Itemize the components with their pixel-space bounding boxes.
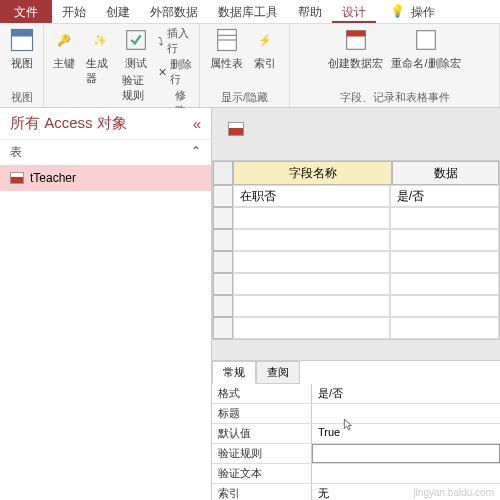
delete-row-button[interactable]: ✕ 删除行 bbox=[158, 57, 193, 87]
index-button[interactable]: ⚡ 索引 bbox=[251, 26, 279, 71]
index-icon: ⚡ bbox=[251, 26, 279, 54]
key-icon: 🔑 bbox=[50, 26, 78, 54]
prop-default-label: 默认值 bbox=[212, 424, 312, 443]
row-selector-header[interactable] bbox=[213, 161, 233, 185]
prop-validation-rule-value[interactable] bbox=[312, 444, 500, 463]
property-sheet-icon bbox=[213, 26, 241, 54]
nav-section-tables[interactable]: 表 bbox=[10, 144, 22, 161]
chevron-up-icon[interactable]: ⌃ bbox=[191, 144, 201, 161]
prop-caption-value[interactable] bbox=[312, 404, 500, 423]
primary-key-button[interactable]: 🔑 主键 bbox=[50, 26, 78, 71]
table-icon bbox=[10, 172, 24, 184]
svg-rect-7 bbox=[347, 31, 366, 37]
data-type-cell[interactable]: 是/否 bbox=[390, 185, 499, 207]
tab-tell-me[interactable]: 操作 bbox=[411, 0, 445, 23]
nav-title[interactable]: 所有 Access 对象 bbox=[10, 114, 127, 133]
tab-design[interactable]: 设计 bbox=[332, 0, 376, 23]
tab-help[interactable]: 帮助 bbox=[288, 0, 332, 23]
prop-validation-text-label: 验证文本 bbox=[212, 464, 312, 483]
group-showhide-label: 显示/隐藏 bbox=[221, 88, 268, 105]
table-tab-icon[interactable] bbox=[228, 122, 244, 136]
col-field-name[interactable]: 字段名称 bbox=[233, 161, 392, 185]
tab-home[interactable]: 开始 bbox=[52, 0, 96, 23]
group-view-label: 视图 bbox=[11, 88, 33, 105]
field-properties-pane: 常规 查阅 格式是/否 标题 默认值True 验证规则 验证文本 索引无 bbox=[212, 360, 500, 500]
builder-icon: ✨ bbox=[86, 26, 114, 54]
view-button[interactable]: 视图 bbox=[8, 26, 36, 71]
property-sheet-button[interactable]: 属性表 bbox=[210, 26, 243, 71]
test-icon bbox=[122, 26, 150, 54]
watermark: jingyan.baidu.com bbox=[413, 487, 494, 498]
prop-validation-text-value[interactable] bbox=[312, 464, 500, 483]
row-selector[interactable] bbox=[213, 185, 233, 207]
prop-format-value[interactable]: 是/否 bbox=[312, 384, 500, 403]
tab-file[interactable]: 文件 bbox=[0, 0, 52, 23]
svg-rect-8 bbox=[417, 31, 436, 50]
rename-icon bbox=[412, 26, 440, 54]
nav-collapse-icon[interactable]: « bbox=[193, 115, 201, 132]
builder-button[interactable]: ✨ 生成器 bbox=[86, 26, 114, 86]
tab-external[interactable]: 外部数据 bbox=[140, 0, 208, 23]
prop-tab-general[interactable]: 常规 bbox=[212, 361, 256, 384]
field-name-cell[interactable]: 在职否 bbox=[233, 185, 390, 207]
tab-create[interactable]: 创建 bbox=[96, 0, 140, 23]
prop-default-value[interactable]: True bbox=[312, 424, 500, 443]
field-design-grid: 字段名称 数据 在职否 是/否 bbox=[212, 160, 500, 340]
test-validation-button[interactable]: 测试 验证规则 bbox=[122, 26, 150, 103]
prop-format-label: 格式 bbox=[212, 384, 312, 403]
prop-indexed-label: 索引 bbox=[212, 484, 312, 500]
nav-item-tteacher[interactable]: tTeacher bbox=[0, 165, 211, 191]
prop-caption-label: 标题 bbox=[212, 404, 312, 423]
macro-icon bbox=[342, 26, 370, 54]
tell-me-icon[interactable]: 💡 bbox=[384, 0, 411, 23]
svg-rect-1 bbox=[11, 30, 32, 37]
prop-tab-lookup[interactable]: 查阅 bbox=[256, 361, 300, 384]
navigation-pane: 所有 Access 对象 « 表 ⌃ tTeacher bbox=[0, 108, 212, 500]
create-macro-button[interactable]: 创建数据宏 bbox=[328, 26, 383, 71]
view-icon bbox=[8, 26, 36, 54]
rename-delete-button[interactable]: 重命名/删除宏 bbox=[391, 26, 460, 71]
col-data-type[interactable]: 数据 bbox=[392, 161, 499, 185]
prop-validation-rule-label: 验证规则 bbox=[212, 444, 312, 463]
tab-dbtools[interactable]: 数据库工具 bbox=[208, 0, 288, 23]
insert-row-button[interactable]: ⤵ 插入行 bbox=[158, 26, 193, 56]
group-events-label: 字段、记录和表格事件 bbox=[340, 88, 450, 105]
